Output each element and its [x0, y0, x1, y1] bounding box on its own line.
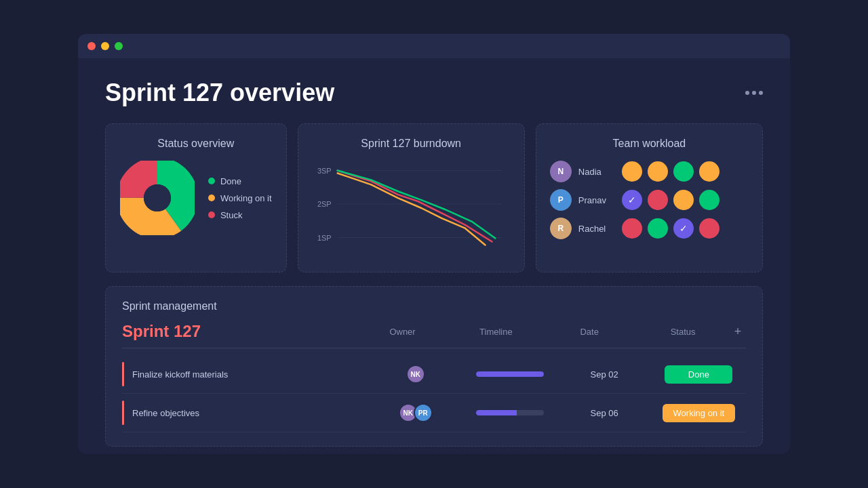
task-timeline-1: [462, 371, 557, 377]
workload-title: Team workload: [550, 138, 749, 150]
rachel-dot-2[interactable]: [648, 218, 668, 239]
person-name-nadia: Nadia: [578, 167, 612, 177]
pranav-dot-3[interactable]: [673, 190, 694, 210]
workload-row-nadia: N Nadia: [550, 161, 749, 182]
task-status-1: Done: [652, 365, 746, 384]
task-owner-1: NK: [368, 365, 462, 384]
pranav-dot-4[interactable]: [699, 190, 719, 210]
pie-svg: [120, 161, 195, 235]
more-dot-3: [759, 91, 763, 95]
workload-row-rachel: R Rachel ✓: [550, 218, 749, 239]
nadia-dot-3[interactable]: [673, 161, 694, 182]
rachel-dot-4[interactable]: [699, 218, 719, 239]
avatar-pranav: P: [550, 189, 572, 211]
task-timeline-2: [462, 410, 557, 415]
person-name-pranav: Pranav: [578, 195, 612, 205]
timeline-bar-1: [476, 371, 544, 377]
task-status-2: Working on it: [652, 404, 746, 422]
divider-1: [122, 348, 746, 348]
col-owner: Owner: [356, 327, 450, 337]
task-owner-2: NK PR: [368, 403, 462, 422]
pranav-dot-2[interactable]: [648, 190, 668, 210]
workload-row-pranav: P Pranav ✓: [550, 189, 749, 211]
task-name-1: Finalize kickoff materials: [132, 369, 368, 380]
add-column-button[interactable]: +: [730, 325, 746, 339]
avatar-img-nadia: N: [550, 161, 572, 182]
burndown-chart: 3SP 2SP 1SP: [312, 161, 511, 258]
maximize-dot[interactable]: [115, 42, 123, 50]
sprint-name: Sprint 127: [122, 322, 356, 341]
pranav-dot-1[interactable]: ✓: [622, 190, 642, 210]
task-row-1: Finalize kickoff materials NK Sep 02 Don…: [122, 355, 746, 394]
main-content: Sprint 127 overview Status overview: [78, 58, 790, 454]
burndown-card: Sprint 127 burndown 3SP 2SP 1SP: [298, 123, 525, 272]
close-dot[interactable]: [87, 42, 96, 50]
burndown-svg: 3SP 2SP 1SP: [317, 161, 505, 256]
task-owner-avatars-2: NK PR: [399, 403, 433, 422]
rachel-dot-3[interactable]: ✓: [673, 218, 694, 239]
avatar-rachel: R: [550, 218, 572, 239]
owner-avatar-1a: NK: [406, 365, 425, 384]
status-overview-content: Done Working on it Stuck: [119, 161, 273, 235]
more-dot-1: [745, 91, 749, 95]
workload-card: Team workload N Nadia: [536, 123, 763, 272]
svg-text:2SP: 2SP: [317, 200, 332, 208]
minimize-dot[interactable]: [101, 42, 109, 50]
svg-point-3: [144, 184, 171, 211]
status-legend: Done Working on it Stuck: [208, 176, 272, 220]
more-menu-button[interactable]: [745, 91, 763, 95]
app-window: Sprint 127 overview Status overview: [78, 34, 790, 454]
legend-working-dot: [208, 195, 215, 201]
task-bar-2: [122, 401, 124, 425]
timeline-fill-2: [476, 410, 517, 415]
task-bar-1: [122, 362, 124, 386]
avatar-img-rachel: R: [550, 218, 572, 239]
pie-chart: [120, 161, 195, 235]
person-name-rachel: Rachel: [578, 224, 612, 234]
legend-done-dot: [208, 178, 215, 184]
col-status: Status: [636, 327, 730, 337]
col-timeline: Timeline: [449, 327, 542, 337]
status-badge-2[interactable]: Working on it: [663, 404, 736, 422]
status-overview-title: Status overview: [119, 138, 273, 150]
legend-stuck: Stuck: [208, 210, 272, 220]
rachel-dot-1[interactable]: [622, 218, 642, 239]
legend-done: Done: [208, 176, 272, 186]
nadia-dot-4[interactable]: [699, 161, 719, 182]
task-name-2: Refine objectives: [132, 408, 368, 418]
rachel-status-dots: ✓: [622, 218, 719, 239]
status-overview-card: Status overview: [105, 123, 287, 272]
legend-working: Working on it: [208, 193, 272, 203]
legend-stuck-dot: [208, 211, 215, 218]
more-dot-2: [752, 91, 756, 95]
svg-text:3SP: 3SP: [317, 167, 332, 175]
status-badge-1[interactable]: Done: [665, 365, 732, 384]
management-title: Sprint management: [122, 300, 746, 312]
cards-row: Status overview: [105, 123, 763, 272]
task-owner-avatars-1: NK: [406, 365, 425, 384]
nadia-status-dots: [622, 161, 719, 182]
workload-members: N Nadia P: [550, 161, 749, 239]
svg-text:1SP: 1SP: [317, 234, 332, 242]
avatar-img-pranav: P: [550, 189, 572, 211]
col-date: Date: [542, 327, 636, 337]
task-row-2: Refine objectives NK PR Sep 06 Working o…: [122, 394, 746, 432]
burndown-title: Sprint 127 burndown: [312, 138, 511, 150]
pranav-status-dots: ✓: [622, 190, 719, 210]
page-header: Sprint 127 overview: [105, 79, 763, 107]
page-title: Sprint 127 overview: [105, 79, 334, 107]
sprint-header: Sprint 127 Owner Timeline Date Status +: [122, 322, 746, 341]
timeline-partial-2: [476, 410, 544, 415]
sprint-management-card: Sprint management Sprint 127 Owner Timel…: [105, 286, 763, 447]
owner-avatar-2b: PR: [414, 403, 433, 422]
nadia-dot-2[interactable]: [648, 161, 668, 182]
task-date-2: Sep 06: [557, 408, 652, 418]
titlebar: [78, 34, 790, 58]
task-date-1: Sep 02: [557, 369, 652, 380]
timeline-fill-1: [476, 371, 544, 377]
avatar-nadia: N: [550, 161, 572, 182]
nadia-dot-1[interactable]: [622, 161, 642, 182]
